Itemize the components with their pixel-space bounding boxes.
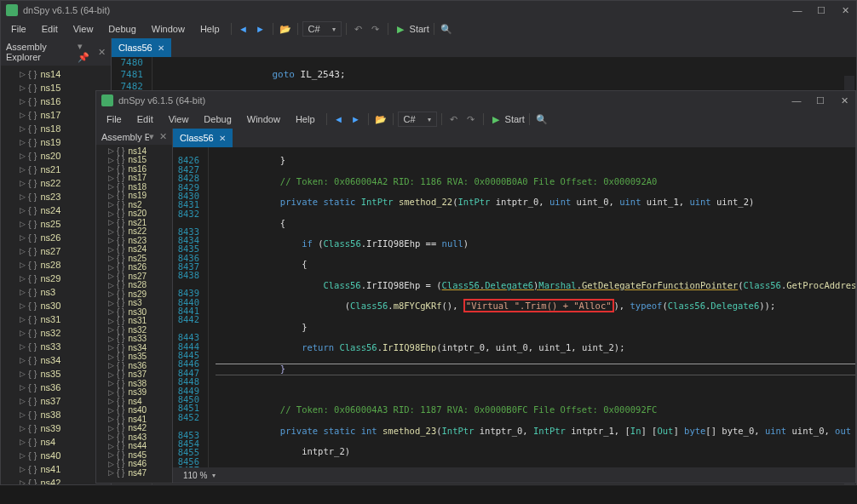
redo-icon[interactable]: ↷ — [368, 21, 383, 37]
ns-node[interactable]: ▷{ }ns17 — [1, 108, 111, 122]
menu-window[interactable]: Window — [145, 22, 192, 36]
ns-node[interactable]: ▷{ }ns14 — [1, 67, 111, 81]
ns-node[interactable]: ▷{ }ns34 — [96, 343, 172, 352]
ns-node[interactable]: ▷{ }ns45 — [96, 450, 172, 460]
ns-node[interactable]: ▷{ }ns18 — [1, 122, 111, 135]
minimize-button[interactable]: — — [791, 95, 802, 106]
language-select[interactable]: C#▾ — [398, 112, 437, 127]
menu-debug[interactable]: Debug — [101, 22, 142, 36]
ns-node[interactable]: ▷{ }ns27 — [96, 272, 172, 281]
ns-node[interactable]: ▷{ }ns36 — [96, 361, 172, 370]
pin-icon[interactable]: ▾📌 — [78, 41, 93, 63]
close-tab-icon[interactable]: ✕ — [158, 43, 164, 53]
close-panel-icon[interactable]: ✕ — [98, 47, 106, 58]
ns-node[interactable]: ▷{ }ns44 — [96, 442, 172, 451]
ns-node[interactable]: ▷{ }ns43 — [96, 432, 172, 442]
ns-node[interactable]: ▷{ }ns16 — [1, 94, 111, 108]
tab-class56[interactable]: Class56✕ — [173, 129, 233, 147]
ns-node[interactable]: ▷{ }ns24 — [1, 203, 111, 217]
ns-node[interactable]: ▷{ }ns20 — [96, 209, 172, 219]
titlebar-front[interactable]: dnSpy v6.1.5 (64-bit) — ☐ ✕ — [96, 91, 855, 110]
ns-node[interactable]: ▷{ }ns3 — [1, 285, 111, 299]
ns-node[interactable]: ▷{ }ns32 — [1, 326, 111, 340]
ns-node[interactable]: ▷{ }ns29 — [96, 289, 172, 299]
menu-file[interactable]: File — [4, 22, 33, 36]
zoom-dropdown-icon[interactable]: ▾ — [212, 472, 216, 479]
titlebar-back[interactable]: dnSpy v6.1.5 (64-bit) — ☐ ✕ — [1, 1, 856, 20]
ns-node[interactable]: ▷{ }ns24 — [96, 245, 172, 255]
ns-node[interactable]: ▷{ }ns4 — [1, 435, 111, 449]
ns-node[interactable]: ▷{ }ns18 — [96, 182, 172, 192]
ns-node[interactable]: ▷{ }ns46 — [96, 460, 172, 469]
ns-node[interactable]: ▷{ }ns21 — [96, 218, 172, 227]
ns-node[interactable]: ▷{ }ns34 — [1, 353, 111, 367]
ns-node[interactable]: ▷{ }ns35 — [96, 352, 172, 362]
ns-node[interactable]: ▷{ }ns42 — [96, 424, 172, 433]
ns-node[interactable]: ▷{ }ns25 — [96, 254, 172, 263]
ns-node[interactable]: ▷{ }ns27 — [1, 244, 111, 258]
menu-window[interactable]: Window — [240, 112, 287, 126]
source-front[interactable]: } // Token: 0x060004A2 RID: 1186 RVA: 0x… — [209, 147, 855, 467]
undo-icon[interactable]: ↶ — [351, 21, 366, 37]
ns-node[interactable]: ▷{ }ns3 — [96, 299, 172, 308]
code-area-front[interactable]: 8426842784288429843084318432843384348435… — [173, 147, 855, 467]
search-icon[interactable]: 🔍 — [439, 21, 454, 37]
ns-node[interactable]: ▷{ }ns22 — [1, 176, 111, 190]
ns-node[interactable]: ▷{ }ns19 — [1, 135, 111, 149]
ns-node[interactable]: ▷{ }ns33 — [96, 335, 172, 344]
menu-view[interactable]: View — [162, 112, 196, 126]
ns-node[interactable]: ▷{ }ns31 — [96, 317, 172, 326]
ns-node[interactable]: ▷{ }ns41 — [96, 415, 172, 424]
close-button[interactable]: ✕ — [839, 5, 851, 16]
language-select[interactable]: C#▾ — [302, 21, 342, 37]
play-icon[interactable]: ▶ — [393, 21, 408, 37]
ns-node[interactable]: ▷{ }ns40 — [1, 449, 111, 462]
asm-tree[interactable]: ▷{ }ns14▷{ }ns15▷{ }ns16▷{ }ns17▷{ }ns18… — [1, 66, 111, 484]
ns-node[interactable]: ▷{ }ns28 — [1, 258, 111, 272]
start-label[interactable]: Start — [410, 24, 429, 34]
ns-node[interactable]: ▷{ }ns35 — [1, 367, 111, 381]
ns-node[interactable]: ▷{ }ns23 — [96, 236, 172, 245]
menu-edit[interactable]: Edit — [35, 22, 65, 36]
ns-node[interactable]: ▷{ }ns30 — [1, 299, 111, 312]
maximize-button[interactable]: ☐ — [814, 95, 826, 106]
start-label[interactable]: Start — [505, 114, 525, 124]
search-icon[interactable]: 🔍 — [534, 112, 549, 127]
forward-icon[interactable]: ► — [348, 112, 364, 127]
pin-icon[interactable]: ▾ — [149, 131, 154, 142]
ns-node[interactable]: ▷{ }ns28 — [96, 281, 172, 290]
back-icon[interactable]: ◄ — [331, 112, 347, 127]
ns-node[interactable]: ▷{ }ns23 — [1, 190, 111, 203]
back-icon[interactable]: ◄ — [236, 21, 251, 37]
ns-node[interactable]: ▷{ }ns29 — [1, 272, 111, 285]
zoom-level[interactable]: 110 % — [183, 471, 207, 480]
close-tab-icon[interactable]: ✕ — [219, 134, 226, 143]
ns-node[interactable]: ▷{ }ns19 — [96, 192, 172, 201]
play-icon[interactable]: ▶ — [488, 112, 503, 127]
undo-icon[interactable]: ↶ — [446, 112, 462, 127]
ns-node[interactable]: ▷{ }ns38 — [96, 379, 172, 388]
ns-node[interactable]: ▷{ }ns33 — [1, 340, 111, 353]
ns-node[interactable]: ▷{ }ns40 — [96, 406, 172, 415]
menu-view[interactable]: View — [66, 22, 101, 36]
ns-node[interactable]: ▷{ }ns26 — [96, 263, 172, 272]
menu-help[interactable]: Help — [289, 112, 322, 126]
asm-tree[interactable]: ▷{ }ns14▷{ }ns15▷{ }ns16▷{ }ns17▷{ }ns18… — [96, 145, 172, 483]
redo-icon[interactable]: ↷ — [463, 112, 479, 127]
ns-node[interactable]: ▷{ }ns4 — [96, 397, 172, 406]
ns-node[interactable]: ▷{ }ns39 — [96, 388, 172, 398]
ns-node[interactable]: ▷{ }ns14 — [96, 146, 172, 156]
tab-class56[interactable]: Class56✕ — [112, 38, 171, 57]
ns-node[interactable]: ▷{ }ns37 — [96, 370, 172, 380]
close-panel-icon[interactable]: ✕ — [159, 131, 167, 142]
ns-node[interactable]: ▷{ }ns22 — [96, 227, 172, 237]
ns-node[interactable]: ▷{ }ns26 — [1, 231, 111, 244]
close-button[interactable]: ✕ — [838, 95, 850, 106]
minimize-button[interactable]: — — [791, 5, 803, 16]
ns-node[interactable]: ▷{ }ns21 — [1, 163, 111, 176]
ns-node[interactable]: ▷{ }ns25 — [1, 217, 111, 231]
menu-help[interactable]: Help — [193, 22, 227, 36]
ns-node[interactable]: ▷{ }ns38 — [1, 408, 111, 421]
ns-node[interactable]: ▷{ }ns15 — [1, 81, 111, 94]
menu-edit[interactable]: Edit — [130, 112, 160, 126]
